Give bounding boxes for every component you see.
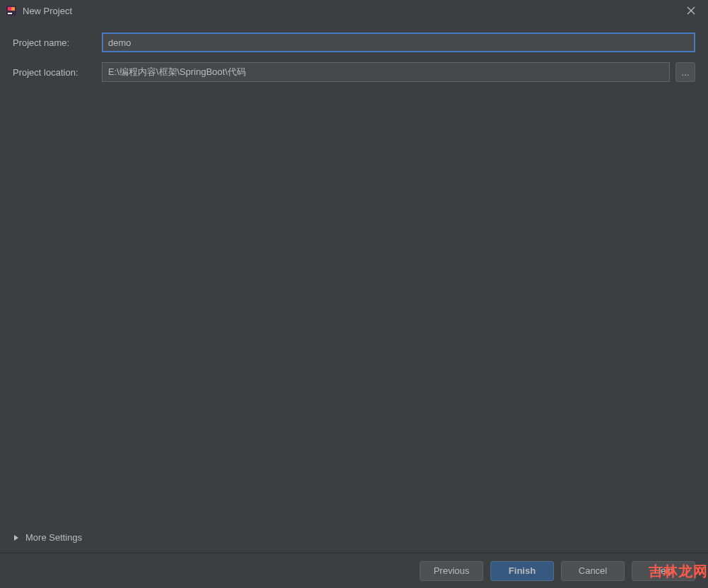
finish-button[interactable]: Finish [490, 561, 554, 581]
dialog-footer: Previous Finish Cancel Help [0, 553, 708, 588]
more-settings-toggle[interactable]: More Settings [13, 532, 82, 543]
svg-rect-3 [8, 13, 12, 14]
project-location-input[interactable] [102, 62, 670, 82]
intellij-icon [6, 5, 17, 16]
svg-rect-1 [8, 7, 11, 11]
browse-button[interactable]: ... [675, 62, 695, 82]
svg-rect-2 [11, 7, 15, 11]
project-name-input[interactable] [102, 33, 695, 52]
more-settings-label: More Settings [25, 532, 82, 543]
project-name-label: Project name: [13, 37, 102, 48]
previous-button[interactable]: Previous [420, 561, 483, 581]
close-button[interactable] [680, 2, 702, 19]
close-icon [687, 6, 695, 15]
title-bar: New Project [0, 0, 708, 21]
dialog-content: Project name: Project location: ... [0, 21, 708, 82]
window-title: New Project [23, 6, 680, 16]
svg-marker-6 [14, 535, 18, 541]
cancel-button[interactable]: Cancel [561, 561, 625, 581]
project-name-row: Project name: [13, 33, 695, 52]
project-location-label: Project location: [13, 67, 102, 78]
help-button[interactable]: Help [632, 561, 695, 581]
project-location-row: Project location: ... [13, 62, 695, 82]
chevron-right-icon [13, 534, 20, 541]
